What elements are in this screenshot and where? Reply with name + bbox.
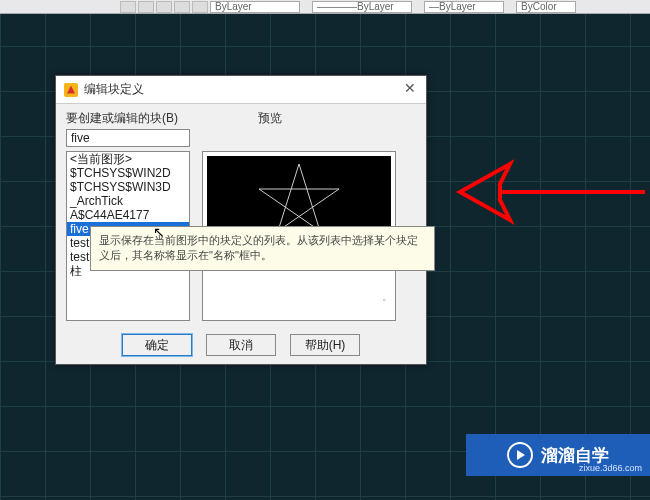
list-item[interactable]: <当前图形> [67,152,189,166]
properties-toolbar: ByLayer ———— ByLayer — ByLayer ByColor [0,0,650,14]
scroll-down-icon[interactable]: ˅ [377,298,391,308]
toolbar-icon[interactable] [192,1,208,13]
watermark-url: zixue.3d66.com [579,463,642,473]
cancel-button[interactable]: 取消 [206,334,276,356]
toolbar-icon[interactable] [156,1,172,13]
toolbar-icon[interactable] [174,1,190,13]
lineweight-dropdown[interactable]: — ByLayer [424,1,504,13]
edit-block-definition-dialog: 编辑块定义 ✕ 要创建或编辑的块(B) 预览 <当前图形> $TCHSYS$WI… [55,75,427,365]
block-name-input[interactable] [66,129,190,147]
app-icon [64,83,78,97]
list-item[interactable]: $TCHSYS$WIN3D [67,180,189,194]
dialog-titlebar: 编辑块定义 ✕ [56,76,426,104]
help-button[interactable]: 帮助(H) [290,334,360,356]
list-item[interactable]: $TCHSYS$WIN2D [67,166,189,180]
watermark: 溜溜自学 zixue.3d66.com [466,434,650,476]
list-item[interactable]: _ArchTick [67,194,189,208]
linetype-dropdown[interactable]: ———— ByLayer [312,1,412,13]
toolbar-icon[interactable] [138,1,154,13]
tooltip: 显示保存在当前图形中的块定义的列表。从该列表中选择某个块定义后，其名称将显示在"… [90,226,435,271]
ok-button[interactable]: 确定 [122,334,192,356]
star-shape [259,164,339,231]
play-icon [507,442,533,468]
color-dropdown[interactable]: ByColor [516,1,576,13]
layer-dropdown[interactable]: ByLayer [210,1,300,13]
list-item[interactable]: A$C44AE4177 [67,208,189,222]
preview-label: 预览 [258,110,282,127]
close-button[interactable]: ✕ [400,80,420,98]
block-name-label: 要创建或编辑的块(B) [66,110,416,127]
dialog-title: 编辑块定义 [84,81,144,98]
toolbar-icon[interactable] [120,1,136,13]
